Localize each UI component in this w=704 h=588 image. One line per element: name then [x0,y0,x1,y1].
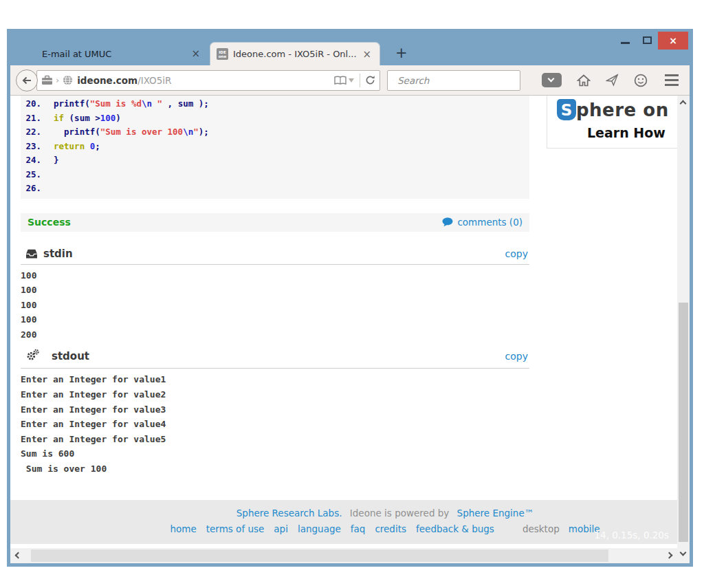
paper-plane-icon [606,74,619,87]
minimize-button[interactable] [614,32,636,48]
home-icon [577,74,591,87]
close-button[interactable]: × [658,32,688,50]
code-text [54,182,59,196]
learn-how-link[interactable]: Learn How [587,125,677,140]
gears-icon [26,349,45,364]
reader-mode-icon[interactable] [334,76,346,85]
sphere-engine-banner[interactable]: S phere on Learn How [547,96,677,149]
status-badge: Success [28,217,71,228]
share-button[interactable] [606,74,619,87]
code-text: printf("Sum is %d\n " , sum ); [54,97,209,111]
scroll-left-icon[interactable] [15,552,22,559]
scroll-up-icon[interactable] [680,100,687,107]
stdout-content: Enter an Integer for value1 Enter an Int… [21,372,529,476]
line-number: 26. [21,182,54,196]
scroll-right-icon[interactable] [666,552,673,559]
maximize-button[interactable] [636,32,658,48]
desktop-link[interactable]: desktop [522,523,560,534]
url-text: ideone.com/IXO5iR [77,75,171,86]
runtime-stats: 14, 0.15s, 0.20s [594,530,669,541]
search-box[interactable] [387,70,520,91]
menu-button[interactable] [665,73,679,87]
globe-icon [63,75,73,85]
sphere-logo-icon: S [557,99,576,120]
code-line: 22. printf("Sum is over 100\n"); [21,125,529,140]
footer-links-list: hometerms of useapilanguagefaqcreditsfee… [165,523,498,534]
new-tab-button[interactable]: + [390,45,413,65]
horizontal-scrollbar[interactable] [10,548,677,563]
scroll-down-icon[interactable] [680,549,687,556]
window-controls: × [614,32,688,50]
tab-title: E-mail at UMUC [42,49,188,59]
home-button[interactable] [577,74,591,87]
code-line: 21.if (sum >100) [21,111,529,126]
inbox-icon [26,249,37,259]
ideone-favicon-icon: IDEone [217,48,228,60]
minimize-icon [621,42,630,44]
stdout-header: stdout copy [21,349,529,369]
speech-bubble-icon [442,217,453,227]
line-number: 23. [21,140,54,154]
code-line: 25. [21,168,529,182]
line-number: 24. [21,153,54,168]
vertical-scrollbar[interactable] [677,96,690,563]
code-text: return 0; [54,140,100,154]
sphere-research-labs-link[interactable]: Sphere Research Labs. [236,508,342,519]
code-text: if (sum >100) [54,111,121,126]
browser-content-area: 20.printf("Sum is %d\n " , sum );21.if (… [10,96,690,563]
stdin-content: 100 100 100 100 200 [21,268,529,342]
stdin-header: stdin copy [21,248,529,265]
footer-link[interactable]: faq [351,523,366,534]
footer-link[interactable]: language [298,523,341,534]
pocket-button[interactable] [542,73,562,87]
sphere-brand: S phere on [557,99,677,120]
code-line: 23.return 0; [21,140,529,154]
horizontal-scrollbar-thumb[interactable] [31,549,608,562]
footer-link[interactable]: terms of use [206,523,265,534]
stdout-title: stdout [26,349,89,364]
search-input[interactable] [397,75,515,86]
comments-link[interactable]: comments (0) [442,217,522,228]
page-footer: Sphere Research Labs. Ideone is powered … [10,500,677,544]
browser-window: × E-mail at UMUC × IDEone Ideone.com - I… [7,29,693,567]
tab-ideone[interactable]: IDEone Ideone.com - IXO5iR - Onl... × [210,42,380,65]
status-bar: Success comments (0) [21,213,529,232]
titlebar: × E-mail at UMUC × IDEone Ideone.com - I… [10,29,690,65]
navigation-toolbar: › ideone.com/IXO5iR [10,65,690,96]
chevron-right-icon: › [56,75,59,85]
page-column: 20.printf("Sum is %d\n " , sum );21.if (… [10,96,677,563]
tab-email-umuc[interactable]: E-mail at UMUC × [30,42,210,65]
code-text [54,168,59,182]
vertical-scrollbar-thumb[interactable] [679,303,688,542]
powered-by-text: Ideone is powered by [347,508,452,519]
footer-link[interactable]: home [170,523,196,534]
reload-icon[interactable] [365,75,375,85]
sphere-brand-text: phere on [576,100,669,120]
line-number: 25. [21,168,54,182]
code-line: 20.printf("Sum is %d\n " , sum ); [21,97,529,111]
dropdown-arrow-icon[interactable] [349,78,354,83]
pocket-icon [542,73,562,87]
url-path: /IXO5iR [138,75,171,86]
back-arrow-icon [21,75,32,86]
tab-close-icon[interactable]: × [360,48,374,61]
back-button[interactable] [16,69,38,91]
code-text: printf("Sum is over 100\n"); [54,125,209,140]
smiley-icon [634,74,648,87]
sphere-engine-link[interactable]: Sphere Engine™ [457,508,534,519]
code-text: } [54,153,59,168]
url-bar[interactable]: › ideone.com/IXO5iR [36,70,380,91]
url-domain: ideone.com [77,75,138,86]
stdin-copy-link[interactable]: copy [505,248,528,259]
footer-link[interactable]: api [274,523,288,534]
maximize-icon [643,36,652,44]
line-number: 22. [21,125,54,140]
stdin-title: stdin [26,248,73,260]
tab-close-icon[interactable]: × [188,47,203,60]
footer-link[interactable]: credits [375,523,406,534]
stdout-copy-link[interactable]: copy [505,351,528,362]
tab-title: Ideone.com - IXO5iR - Onl... [233,49,360,59]
hello-button[interactable] [634,74,648,87]
close-icon: × [669,35,677,46]
footer-link[interactable]: feedback & bugs [416,523,494,534]
